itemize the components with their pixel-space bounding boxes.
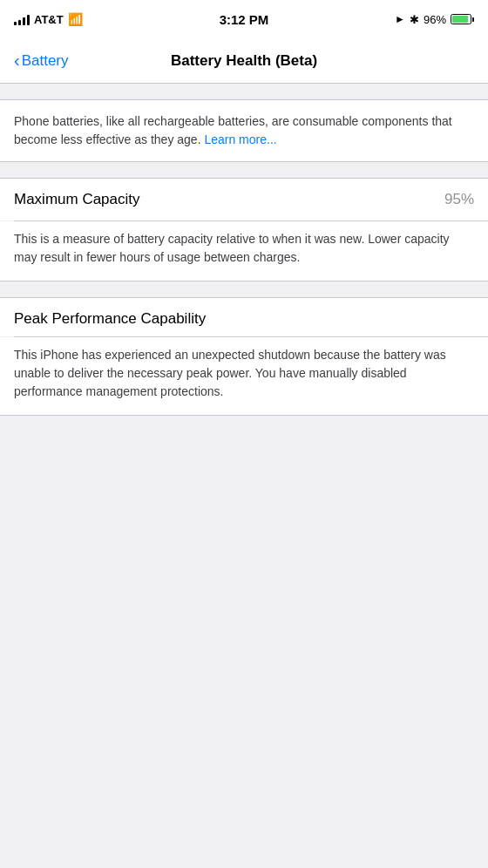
- peak-description-section: This iPhone has experienced an unexpecte…: [0, 337, 488, 416]
- status-left: AT&T 📶: [14, 12, 83, 26]
- top-spacer: [0, 84, 488, 99]
- location-icon: ►: [395, 13, 405, 25]
- maximum-capacity-row: Maximum Capacity 95%: [0, 178, 488, 220]
- capacity-description-text: This is a measure of battery capacity re…: [14, 230, 474, 267]
- description-section: Phone batteries, like all rechargeable b…: [0, 99, 488, 162]
- page-title: Battery Health (Beta): [171, 52, 317, 70]
- learn-more-link[interactable]: Learn more...: [204, 132, 276, 146]
- description-text: Phone batteries, like all rechargeable b…: [14, 112, 474, 149]
- navigation-bar: ‹ Battery Battery Health (Beta): [0, 38, 488, 84]
- content: Phone batteries, like all rechargeable b…: [0, 84, 488, 764]
- carrier-label: AT&T: [34, 13, 64, 26]
- battery-icon: [451, 14, 474, 24]
- wifi-icon: 📶: [68, 12, 83, 26]
- bottom-spacer: [0, 416, 488, 764]
- back-button[interactable]: ‹ Battery: [14, 52, 69, 70]
- spacer-2: [0, 281, 488, 297]
- battery-percent-label: 96%: [424, 13, 446, 26]
- capacity-description-section: This is a measure of battery capacity re…: [0, 221, 488, 281]
- status-bar: AT&T 📶 3:12 PM ► ✱ 96%: [0, 0, 488, 38]
- status-right: ► ✱ 96%: [395, 13, 474, 26]
- back-label: Battery: [22, 52, 69, 70]
- chevron-left-icon: ‹: [14, 51, 20, 69]
- capacity-label: Maximum Capacity: [14, 191, 140, 208]
- status-time: 3:12 PM: [220, 12, 269, 27]
- peak-performance-section: Peak Performance Capability: [0, 297, 488, 336]
- signal-bars-icon: [14, 13, 30, 25]
- spacer-1: [0, 162, 488, 178]
- peak-description-text: This iPhone has experienced an unexpecte…: [14, 346, 474, 401]
- bluetooth-icon: ✱: [410, 13, 419, 26]
- capacity-value: 95%: [444, 191, 474, 208]
- peak-performance-title: Peak Performance Capability: [14, 310, 206, 327]
